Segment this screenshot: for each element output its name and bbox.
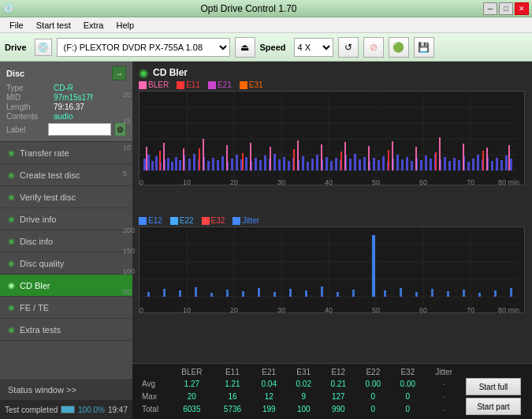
svg-text:30: 30 xyxy=(277,178,285,185)
close-button[interactable]: ✕ xyxy=(515,2,529,15)
svg-rect-102 xyxy=(368,146,370,170)
sidebar-footer: Status window >> Test completed 100.0% 1… xyxy=(0,378,132,419)
speed-refresh-button[interactable]: ↺ xyxy=(338,37,359,58)
svg-rect-41 xyxy=(273,154,276,170)
start-full-button[interactable]: Start full xyxy=(466,378,521,395)
status-window-button[interactable]: Status window >> xyxy=(0,378,132,400)
green-button[interactable]: 🟢 xyxy=(389,37,409,58)
test-completed-bar: Test completed 100.0% 19:47 xyxy=(0,400,132,419)
svg-rect-28 xyxy=(212,158,214,170)
progress-bar-outer xyxy=(61,406,75,413)
save-button[interactable]: 💾 xyxy=(414,37,434,58)
svg-rect-139 xyxy=(163,289,166,297)
svg-rect-43 xyxy=(283,157,285,170)
svg-rect-89 xyxy=(500,160,503,170)
svg-rect-49 xyxy=(311,159,314,170)
col-header-bler: BLER xyxy=(170,367,214,377)
drive-icon-btn: 💿 xyxy=(35,39,52,56)
row-total-bler: 6035 xyxy=(170,403,214,416)
sidebar-item-disc-quality[interactable]: ◉ Disc quality xyxy=(0,253,132,275)
svg-rect-146 xyxy=(273,292,276,297)
svg-rect-69 xyxy=(406,157,408,170)
svg-rect-78 xyxy=(448,161,451,170)
type-value: CD-R xyxy=(54,84,73,92)
col-header-e32: E32 xyxy=(390,367,425,377)
sidebar-item-disc-info[interactable]: ◉ Disc info xyxy=(0,230,132,253)
disc-arrow-button[interactable]: → xyxy=(112,66,126,80)
row-total-e11: 5736 xyxy=(214,403,252,416)
row-max-e31: 9 xyxy=(286,390,321,402)
sidebar-item-drive-info[interactable]: ◉ Drive info xyxy=(0,208,132,230)
eject-button[interactable]: ⏏ xyxy=(235,37,255,58)
menu-extra[interactable]: Extra xyxy=(77,19,110,32)
disc-info-label: Disc info xyxy=(20,237,53,246)
svg-rect-107 xyxy=(486,148,488,170)
menu-file[interactable]: File xyxy=(3,19,30,32)
svg-rect-149 xyxy=(321,286,323,297)
sidebar-item-cd-bler[interactable]: ◉ CD Bler xyxy=(0,275,132,297)
transfer-rate-icon: ◉ xyxy=(8,148,15,157)
status-window-label: Status window >> xyxy=(8,385,76,395)
svg-rect-99 xyxy=(297,140,299,170)
verify-test-disc-icon: ◉ xyxy=(8,193,15,201)
sidebar-item-verify-test-disc[interactable]: ◉ Verify test disc xyxy=(0,186,132,208)
chart1-wrap: 0 10 20 30 40 50 60 70 80 min 48 X 40 X … xyxy=(139,91,526,187)
svg-text:0: 0 xyxy=(140,178,143,185)
disc-title: Disc xyxy=(6,69,24,78)
app-icon: 💿 xyxy=(3,3,14,13)
menu-help[interactable]: Help xyxy=(110,19,140,32)
svg-rect-140 xyxy=(179,290,181,297)
row-total-e12: 990 xyxy=(321,403,355,416)
svg-rect-153 xyxy=(400,288,402,297)
chart2-y-left: 200 150 100 50 xyxy=(123,226,135,296)
sidebar-item-transfer-rate[interactable]: ◉ Transfer rate xyxy=(0,142,132,164)
svg-rect-70 xyxy=(411,161,413,170)
maximize-button[interactable]: □ xyxy=(499,2,513,15)
speed-select[interactable]: 4 X 8 X Max xyxy=(294,38,333,57)
drive-select[interactable]: (F:) PLEXTOR DVDR PX-755A 1.08 xyxy=(57,38,230,57)
start-full-cell: Start full Start part xyxy=(463,377,526,416)
svg-rect-152 xyxy=(384,290,386,297)
label-input[interactable] xyxy=(48,123,111,136)
contents-label: Contents xyxy=(6,112,54,121)
svg-rect-80 xyxy=(458,160,460,170)
minimize-button[interactable]: ─ xyxy=(483,2,497,15)
chart2-wrap: 0 10 20 30 40 50 60 70 80 min 200 150 10… xyxy=(139,226,526,315)
svg-rect-38 xyxy=(259,160,262,170)
content-area: ◉ CD Bler BLER E11 E21 E31 xyxy=(132,62,532,419)
svg-rect-29 xyxy=(217,160,219,170)
start-part-button[interactable]: Start part xyxy=(466,398,521,415)
sidebar-item-create-test-disc[interactable]: ◉ Create test disc xyxy=(0,164,132,186)
svg-rect-72 xyxy=(420,160,422,170)
row-avg-e11: 1.21 xyxy=(214,377,252,390)
svg-text:50: 50 xyxy=(372,306,380,313)
row-total-e22: 0 xyxy=(355,403,390,416)
sidebar-item-extra-tests[interactable]: ◉ Extra tests xyxy=(0,319,132,341)
drive-info-icon: ◉ xyxy=(8,215,15,223)
svg-rect-147 xyxy=(289,289,292,297)
svg-rect-142 xyxy=(210,293,213,297)
menu-start-test[interactable]: Start test xyxy=(30,19,77,32)
col-header-empty xyxy=(139,367,170,377)
svg-rect-77 xyxy=(444,157,446,170)
table-row-avg: Avg 1.27 1.21 0.04 0.02 0.21 0.00 0.00 -… xyxy=(139,377,526,390)
svg-text:60: 60 xyxy=(419,178,427,185)
row-avg-label: Avg xyxy=(139,377,170,390)
length-label: Length xyxy=(6,103,54,111)
create-test-disc-icon: ◉ xyxy=(8,170,15,179)
svg-rect-148 xyxy=(305,290,307,297)
svg-rect-12 xyxy=(143,159,146,170)
row-avg-e12: 0.21 xyxy=(321,377,355,390)
svg-rect-101 xyxy=(344,142,346,170)
svg-rect-50 xyxy=(316,155,318,170)
row-total-label: Total xyxy=(139,403,170,416)
svg-rect-137 xyxy=(372,235,375,297)
svg-rect-20 xyxy=(175,157,177,170)
row-avg-jitter: - xyxy=(425,377,463,390)
svg-rect-52 xyxy=(326,157,328,170)
sidebar-item-fe-te[interactable]: ◉ FE / TE xyxy=(0,297,132,319)
length-value: 79:16.37 xyxy=(54,103,84,111)
svg-rect-151 xyxy=(352,290,355,297)
eraser-button[interactable]: ⊘ xyxy=(363,37,384,58)
svg-rect-60 xyxy=(363,157,366,170)
